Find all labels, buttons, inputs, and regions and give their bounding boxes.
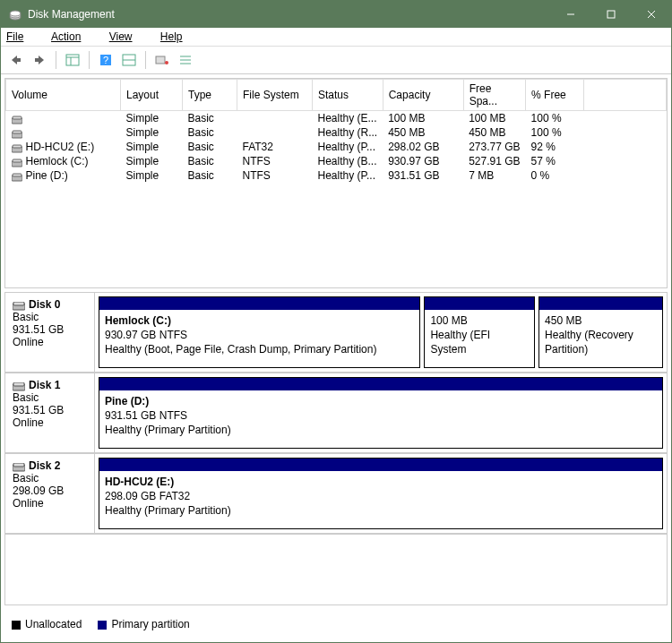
svg-rect-7 bbox=[16, 58, 21, 62]
table-row[interactable]: Pine (D:)SimpleBasicNTFSHealthy (P...931… bbox=[6, 168, 667, 183]
toolbar-layout-button[interactable] bbox=[119, 50, 139, 70]
legend-unallocated: Unallocated bbox=[12, 618, 82, 630]
disk-row: Disk 2Basic298.09 GBOnlineHD-HCU2 (E:)29… bbox=[5, 454, 667, 535]
svg-point-17 bbox=[165, 61, 168, 64]
svg-rect-32 bbox=[13, 302, 24, 305]
partition-header-bar bbox=[99, 378, 662, 390]
partition-header-bar bbox=[99, 297, 419, 310]
disk-graphical-pane[interactable]: Disk 0Basic931.51 GBOnlineHemlock (C:)93… bbox=[4, 292, 668, 605]
disk-partitions: Pine (D:)931.51 GB NTFSHealthy (Primary … bbox=[95, 373, 667, 452]
drive-icon bbox=[12, 143, 22, 152]
svg-rect-24 bbox=[13, 131, 22, 133]
menu-bar: File Action View Help bbox=[1, 28, 671, 47]
svg-rect-28 bbox=[13, 159, 22, 162]
drive-icon bbox=[12, 158, 22, 167]
volume-list-pane[interactable]: Volume Layout Type File System Status Ca… bbox=[4, 78, 668, 288]
partition-header-bar bbox=[425, 297, 534, 310]
table-row[interactable]: Hemlock (C:)SimpleBasicNTFSHealthy (B...… bbox=[6, 154, 667, 168]
title-bar: Disk Management bbox=[1, 1, 671, 28]
drive-icon bbox=[12, 172, 22, 181]
volume-table: Volume Layout Type File System Status Ca… bbox=[5, 79, 667, 183]
col-freespace[interactable]: Free Spa... bbox=[463, 80, 525, 111]
svg-rect-30 bbox=[13, 174, 22, 176]
swatch-primary-icon bbox=[98, 621, 107, 630]
disk-partitions: Hemlock (C:)930.97 GB NTFSHealthy (Boot,… bbox=[95, 293, 667, 372]
disk-label[interactable]: Disk 1Basic931.51 GBOnline bbox=[5, 373, 95, 452]
col-layout[interactable]: Layout bbox=[121, 80, 183, 111]
partition[interactable]: HD-HCU2 (E:)298.09 GB FAT32Healthy (Prim… bbox=[99, 458, 663, 529]
drive-icon bbox=[12, 115, 22, 124]
partition-header-bar bbox=[539, 297, 662, 310]
disk-row: Disk 1Basic931.51 GBOnlinePine (D:)931.5… bbox=[5, 373, 667, 454]
table-row[interactable]: HD-HCU2 (E:)SimpleBasicFAT32Healthy (P..… bbox=[6, 140, 667, 154]
svg-rect-8 bbox=[35, 58, 39, 62]
disk-label[interactable]: Disk 2Basic298.09 GBOnline bbox=[5, 454, 95, 533]
disk-row: Disk 0Basic931.51 GBOnlineHemlock (C:)93… bbox=[5, 293, 667, 373]
disk-icon bbox=[13, 382, 25, 390]
col-capacity[interactable]: Capacity bbox=[383, 80, 463, 111]
toolbar-view-button[interactable] bbox=[63, 50, 82, 70]
partition[interactable]: Hemlock (C:)930.97 GB NTFSHealthy (Boot,… bbox=[99, 296, 420, 368]
partition[interactable]: Pine (D:)931.51 GB NTFSHealthy (Primary … bbox=[99, 377, 663, 449]
menu-view[interactable]: View bbox=[109, 30, 145, 43]
col-type[interactable]: Type bbox=[183, 80, 237, 111]
svg-rect-4 bbox=[607, 11, 615, 18]
disk-icon bbox=[13, 462, 25, 471]
partition[interactable]: 100 MBHealthy (EFI System bbox=[424, 296, 535, 368]
table-row[interactable]: SimpleBasicHealthy (E...100 MB100 MB100 … bbox=[6, 111, 667, 126]
svg-rect-26 bbox=[13, 145, 22, 148]
back-button[interactable] bbox=[6, 50, 26, 70]
forward-button[interactable] bbox=[30, 50, 49, 70]
col-volume[interactable]: Volume bbox=[6, 80, 121, 111]
help-button[interactable]: ? bbox=[96, 50, 116, 70]
svg-text:?: ? bbox=[103, 55, 108, 65]
minimize-button[interactable] bbox=[550, 1, 590, 28]
partition-header-bar bbox=[99, 459, 662, 471]
menu-help[interactable]: Help bbox=[160, 30, 195, 43]
menu-action[interactable]: Action bbox=[51, 30, 93, 43]
col-pctfree[interactable]: % Free bbox=[526, 80, 584, 111]
svg-rect-16 bbox=[156, 56, 165, 64]
window-title: Disk Management bbox=[28, 8, 550, 21]
disk-label[interactable]: Disk 0Basic931.51 GBOnline bbox=[5, 293, 95, 372]
toolbar-list-button[interactable] bbox=[176, 50, 195, 70]
disk-partitions: HD-HCU2 (E:)298.09 GB FAT32Healthy (Prim… bbox=[95, 454, 667, 533]
col-filesystem[interactable]: File System bbox=[237, 80, 313, 111]
maximize-button[interactable] bbox=[590, 1, 631, 28]
app-icon bbox=[8, 7, 22, 21]
drive-icon bbox=[12, 129, 22, 138]
disk-icon bbox=[13, 301, 25, 310]
svg-rect-36 bbox=[13, 463, 24, 467]
col-status[interactable]: Status bbox=[313, 80, 383, 111]
svg-point-2 bbox=[10, 11, 21, 16]
swatch-unallocated-icon bbox=[12, 621, 21, 630]
svg-rect-9 bbox=[66, 55, 79, 65]
close-button[interactable] bbox=[631, 1, 671, 28]
svg-rect-22 bbox=[13, 116, 22, 119]
svg-rect-34 bbox=[13, 382, 24, 386]
partition[interactable]: 450 MBHealthy (Recovery Partition) bbox=[538, 296, 663, 368]
table-row[interactable]: SimpleBasicHealthy (R...450 MB450 MB100 … bbox=[6, 125, 667, 140]
legend-primary: Primary partition bbox=[98, 618, 189, 630]
menu-file[interactable]: File bbox=[6, 30, 36, 43]
legend: Unallocated Primary partition bbox=[1, 609, 671, 638]
toolbar-settings-button[interactable] bbox=[152, 50, 172, 70]
toolbar: ? bbox=[1, 47, 671, 74]
